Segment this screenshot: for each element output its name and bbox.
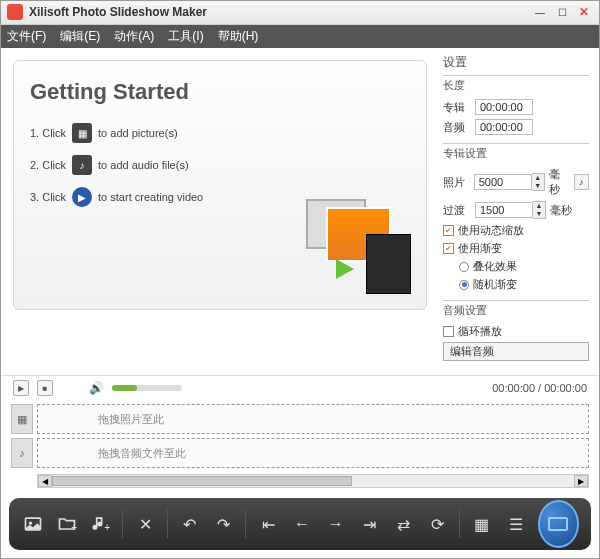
photo-duration-label: 照片 (443, 175, 470, 190)
step2-prefix: 2. Click (30, 159, 66, 171)
app-icon (7, 4, 23, 20)
step-1: 1. Click ▦ to add picture(s) (30, 123, 410, 143)
timeline-scrollbar[interactable]: ◀ ▶ (37, 474, 589, 488)
move-left-button[interactable]: ← (290, 510, 314, 538)
menu-tools[interactable]: 工具(I) (168, 28, 203, 45)
album-length-label: 专辑 (443, 100, 471, 115)
timeline-tracks: ▦ ♪ 拖拽照片至此 拖拽音频文件至此 ◀ ▶ (1, 400, 599, 494)
audio-settings-group: 音频设置 循环播放 编辑音频 (443, 300, 589, 361)
settings-panel: 设置 长度 专辑 00:00:00 音频 00:00:00 专辑设置 照 (439, 48, 599, 375)
app-title: Xilisoft Photo Slideshow Maker (29, 5, 531, 19)
add-folder-button[interactable]: + (55, 510, 79, 538)
svg-text:+: + (71, 522, 77, 533)
length-group: 长度 专辑 00:00:00 音频 00:00:00 (443, 75, 589, 135)
bottom-toolbar: + + ✕ ↶ ↷ ⇤ ← → ⇥ ⇄ ⟳ ▦ ☰ (9, 498, 591, 550)
dynamic-zoom-label: 使用动态缩放 (458, 223, 524, 238)
video-icon: ▶ (72, 187, 92, 207)
time-display: 00:00:00 / 00:00:00 (492, 382, 587, 394)
scrollbar-thumb[interactable] (52, 476, 352, 486)
dynamic-zoom-checkbox[interactable] (443, 225, 454, 236)
step1-prefix: 1. Click (30, 127, 66, 139)
random-gradient-radio[interactable] (459, 280, 469, 290)
edit-audio-button[interactable]: 编辑音频 (443, 342, 589, 361)
audio-length-label: 音频 (443, 120, 471, 135)
menu-action[interactable]: 动作(A) (114, 28, 154, 45)
menu-edit[interactable]: 编辑(E) (60, 28, 100, 45)
ms-unit-2: 毫秒 (550, 203, 572, 218)
picture-icon: ▦ (72, 123, 92, 143)
grid-view-button[interactable]: ▦ (470, 510, 494, 538)
audio-drop-zone[interactable]: 拖拽音频文件至此 (37, 438, 589, 468)
refresh-button[interactable]: ⟳ (425, 510, 449, 538)
getting-started-card: Getting Started 1. Click ▦ to add pictur… (13, 60, 427, 310)
play-button[interactable]: ▶ (13, 380, 29, 396)
step3-text: to start creating video (98, 191, 203, 203)
rotate-left-button[interactable]: ↶ (178, 510, 202, 538)
titlebar: Xilisoft Photo Slideshow Maker — ☐ ✕ (1, 1, 599, 25)
menubar: 文件(F) 编辑(E) 动作(A) 工具(I) 帮助(H) (1, 25, 599, 48)
volume-icon[interactable]: 🔊 (89, 381, 104, 395)
audio-track-icon[interactable]: ♪ (11, 438, 33, 468)
photo-duration-input[interactable]: 5000 (474, 174, 532, 190)
shuffle-button[interactable]: ⇄ (392, 510, 416, 538)
svg-point-1 (29, 522, 32, 525)
loop-playback-checkbox[interactable] (443, 326, 454, 337)
move-end-button[interactable]: ⇥ (358, 510, 382, 538)
scroll-right-icon[interactable]: ▶ (574, 475, 588, 487)
volume-slider[interactable] (112, 385, 182, 391)
playback-controls: ▶ ■ 🔊 00:00:00 / 00:00:00 (1, 375, 599, 400)
transition-duration-label: 过渡 (443, 203, 471, 218)
settings-title: 设置 (443, 54, 589, 71)
close-button[interactable]: ✕ (575, 4, 593, 20)
minimize-button[interactable]: — (531, 4, 549, 20)
step-2: 2. Click ♪ to add audio file(s) (30, 155, 410, 175)
create-video-button[interactable] (538, 500, 579, 548)
stop-button[interactable]: ■ (37, 380, 53, 396)
menu-file[interactable]: 文件(F) (7, 28, 46, 45)
audio-settings-title: 音频设置 (443, 303, 589, 318)
gradient-checkbox[interactable] (443, 243, 454, 254)
gradient-label: 使用渐变 (458, 241, 502, 256)
random-gradient-label: 随机渐变 (473, 277, 517, 292)
transition-duration-input[interactable]: 1500 (475, 202, 533, 218)
overlay-effect-radio[interactable] (459, 262, 469, 272)
ms-unit-1: 毫秒 (549, 167, 570, 197)
decorative-graphic (296, 199, 416, 299)
getting-started-heading: Getting Started (30, 79, 410, 105)
transition-duration-spinner[interactable]: ▲▼ (533, 201, 546, 219)
length-group-title: 长度 (443, 78, 589, 93)
audio-icon: ♪ (72, 155, 92, 175)
svg-text:+: + (105, 522, 111, 533)
album-settings-group: 专辑设置 照片 5000 ▲▼ 毫秒 ♪ 过渡 1500 (443, 143, 589, 292)
move-start-button[interactable]: ⇤ (256, 510, 280, 538)
menu-help[interactable]: 帮助(H) (218, 28, 259, 45)
photo-duration-spinner[interactable]: ▲▼ (532, 173, 545, 191)
move-right-button[interactable]: → (324, 510, 348, 538)
preview-area: Getting Started 1. Click ▦ to add pictur… (1, 48, 439, 375)
add-audio-button[interactable]: + (89, 510, 113, 538)
delete-button[interactable]: ✕ (133, 510, 157, 538)
step3-prefix: 3. Click (30, 191, 66, 203)
album-settings-title: 专辑设置 (443, 146, 589, 161)
loop-playback-label: 循环播放 (458, 324, 502, 339)
album-length-value: 00:00:00 (475, 99, 533, 115)
step2-text: to add audio file(s) (98, 159, 189, 171)
add-picture-button[interactable] (21, 510, 45, 538)
photo-track-icon[interactable]: ▦ (11, 404, 33, 434)
rotate-right-button[interactable]: ↷ (212, 510, 236, 538)
overlay-effect-label: 叠化效果 (473, 259, 517, 274)
photo-drop-zone[interactable]: 拖拽照片至此 (37, 404, 589, 434)
audio-length-value: 00:00:00 (475, 119, 533, 135)
music-note-button[interactable]: ♪ (574, 174, 589, 190)
list-view-button[interactable]: ☰ (504, 510, 528, 538)
maximize-button[interactable]: ☐ (553, 4, 571, 20)
app-window: Xilisoft Photo Slideshow Maker — ☐ ✕ 文件(… (0, 0, 600, 559)
step1-text: to add picture(s) (98, 127, 177, 139)
scroll-left-icon[interactable]: ◀ (38, 475, 52, 487)
